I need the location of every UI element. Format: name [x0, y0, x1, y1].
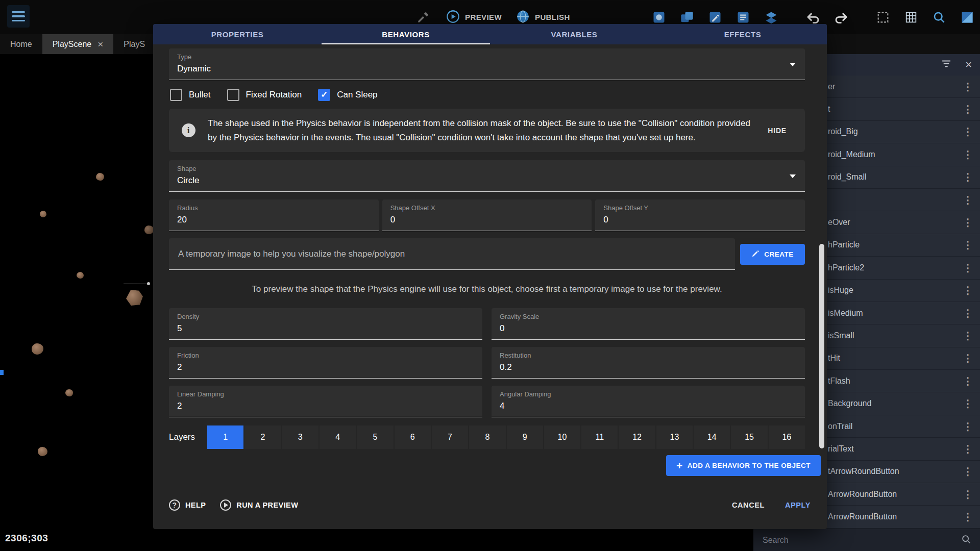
item-menu-icon[interactable]	[963, 420, 973, 433]
item-menu-icon[interactable]	[963, 375, 973, 387]
layer-button[interactable]: 13	[656, 425, 693, 449]
add-behavior-button[interactable]: ADD A BEHAVIOR TO THE OBJECT	[666, 455, 821, 476]
instances-list-icon[interactable]	[734, 9, 752, 26]
asteroid-sprite[interactable]	[65, 389, 73, 396]
type-value: Dynamic	[177, 64, 797, 74]
objects-editor-icon[interactable]	[650, 9, 668, 26]
layer-button[interactable]: 4	[320, 425, 356, 449]
item-menu-icon[interactable]	[963, 126, 973, 138]
layer-button[interactable]: 9	[507, 425, 543, 449]
zoom-icon[interactable]	[930, 9, 948, 26]
dialog-tab[interactable]: EFFECTS	[658, 24, 827, 44]
shape-value: Circle	[177, 176, 797, 186]
tab-playscene[interactable]: PlayScene	[42, 34, 114, 54]
item-menu-icon[interactable]	[963, 465, 973, 478]
layer-button[interactable]: 16	[769, 425, 805, 449]
layer-button[interactable]: 14	[694, 425, 730, 449]
item-menu-icon[interactable]	[963, 262, 973, 274]
item-menu-icon[interactable]	[963, 194, 973, 206]
layer-button[interactable]: 5	[357, 425, 393, 449]
layer-button[interactable]: 8	[469, 425, 505, 449]
grid-icon[interactable]	[902, 9, 920, 26]
restitution-field[interactable]: Restitution 0.2	[492, 347, 805, 379]
mask-icon[interactable]	[959, 9, 976, 26]
density-field[interactable]: Density 5	[169, 308, 482, 340]
item-menu-icon[interactable]	[963, 443, 973, 455]
filter-icon[interactable]	[941, 58, 952, 71]
item-menu-icon[interactable]	[963, 397, 973, 410]
asteroid-sprite[interactable]	[40, 211, 46, 217]
dialog-tab[interactable]: PROPERTIES	[153, 24, 322, 44]
cancel-button[interactable]: CANCEL	[732, 501, 765, 509]
layer-button[interactable]: 2	[244, 425, 281, 449]
run-preview-button[interactable]: RUN A PREVIEW	[220, 499, 298, 511]
bullet-checkbox[interactable]: Bullet	[170, 89, 211, 101]
asteroid-sprite[interactable]	[126, 290, 143, 306]
item-menu-icon[interactable]	[963, 352, 973, 364]
item-menu-icon[interactable]	[963, 330, 973, 342]
play-circle-icon	[220, 499, 231, 511]
dialog-tab-label: BEHAVIORS	[382, 30, 429, 39]
radius-field[interactable]: Radius 20	[169, 199, 379, 231]
item-menu-icon[interactable]	[963, 148, 973, 161]
help-button[interactable]: HELP	[169, 499, 206, 511]
selection-handle[interactable]	[0, 370, 4, 375]
layers-editor-icon[interactable]	[763, 9, 780, 26]
layer-button[interactable]: 7	[432, 425, 468, 449]
layer-button[interactable]: 10	[544, 425, 580, 449]
hamburger-menu-icon[interactable]	[7, 5, 30, 28]
gravity-scale-field[interactable]: Gravity Scale 0	[492, 308, 805, 340]
asteroid-sprite[interactable]	[144, 226, 154, 234]
item-menu-icon[interactable]	[963, 216, 973, 229]
close-panel-icon[interactable]	[965, 59, 972, 70]
dialog-tab[interactable]: BEHAVIORS	[322, 24, 490, 44]
asteroid-sprite[interactable]	[32, 343, 43, 355]
dialog-scrollbar[interactable]	[819, 244, 824, 448]
tools-icon[interactable]	[414, 9, 432, 26]
edit-scene-icon[interactable]	[706, 9, 724, 26]
layer-button[interactable]: 11	[581, 425, 618, 449]
item-menu-icon[interactable]	[963, 239, 973, 251]
layer-button[interactable]: 1	[207, 425, 243, 449]
create-button[interactable]: CREATE	[740, 244, 805, 265]
shape-offset-y-field[interactable]: Shape Offset Y 0	[595, 199, 805, 231]
shape-offset-x-field[interactable]: Shape Offset X 0	[382, 199, 592, 231]
field-value: 2	[177, 401, 474, 411]
can-sleep-checkbox[interactable]: Can Sleep	[318, 89, 377, 101]
dialog-tab-label: VARIABLES	[551, 30, 598, 39]
item-menu-icon[interactable]	[963, 307, 973, 319]
asteroid-sprite[interactable]	[77, 272, 84, 279]
layer-button[interactable]: 3	[282, 425, 318, 449]
dialog-tab[interactable]: VARIABLES	[490, 24, 658, 44]
tab-playscene-events[interactable]: PlayS	[113, 34, 155, 54]
friction-field[interactable]: Friction 2	[169, 347, 482, 379]
asteroid-sprite[interactable]	[38, 447, 47, 456]
item-menu-icon[interactable]	[963, 103, 973, 115]
capture-frame-icon[interactable]	[874, 9, 892, 26]
objects-search-input[interactable]	[762, 535, 961, 545]
item-menu-icon[interactable]	[963, 171, 973, 183]
close-tab-icon[interactable]	[97, 39, 103, 49]
layer-button[interactable]: 12	[619, 425, 655, 449]
shape-select[interactable]: Shape Circle	[169, 160, 805, 192]
item-menu-icon[interactable]	[963, 81, 973, 93]
tab-home[interactable]: Home	[0, 34, 42, 54]
asteroid-sprite[interactable]	[96, 173, 104, 181]
fixed-rotation-checkbox[interactable]: Fixed Rotation	[227, 89, 302, 101]
layer-button[interactable]: 6	[395, 425, 431, 449]
temp-image-input[interactable]	[177, 248, 727, 260]
linear-damping-field[interactable]: Linear Damping 2	[169, 386, 482, 417]
apply-button[interactable]: APPLY	[785, 501, 811, 509]
preview-button[interactable]: PREVIEW	[446, 10, 502, 25]
item-menu-icon[interactable]	[963, 284, 973, 296]
redo-icon[interactable]	[832, 9, 850, 26]
item-menu-icon[interactable]	[963, 511, 973, 523]
publish-button[interactable]: PUBLISH	[516, 10, 570, 25]
object-groups-icon[interactable]	[678, 9, 696, 26]
item-menu-icon[interactable]	[963, 488, 973, 500]
undo-icon[interactable]	[804, 9, 822, 26]
type-select[interactable]: Type Dynamic	[169, 48, 805, 80]
layer-button[interactable]: 15	[731, 425, 767, 449]
hide-button[interactable]: HIDE	[768, 127, 787, 135]
angular-damping-field[interactable]: Angular Damping 4	[492, 386, 805, 417]
